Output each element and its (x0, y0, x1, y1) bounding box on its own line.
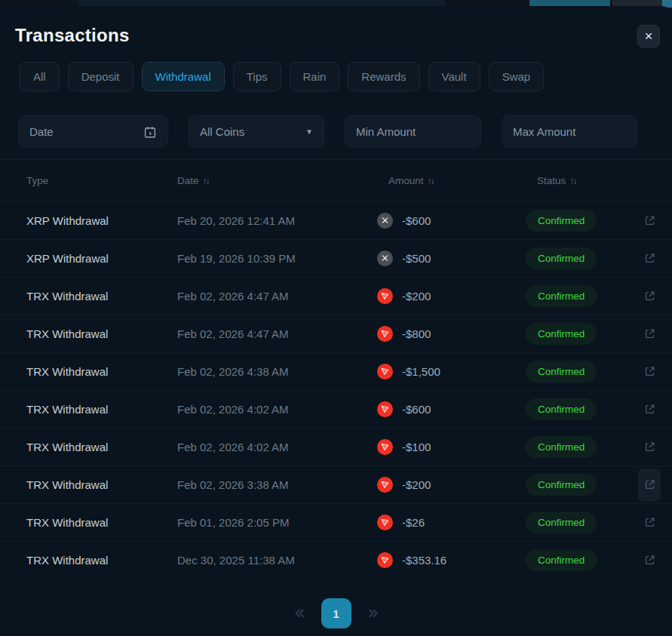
filter-tabs: AllDepositWithdrawalTipsRainRewardsVault… (20, 62, 672, 91)
table-row: TRX Withdrawal Feb 02, 2026 3:38 AM -$20… (0, 466, 672, 504)
coin-icon (377, 326, 393, 342)
transaction-type: XRP Withdrawal (26, 214, 177, 227)
transaction-date: Feb 19, 2026 10:39 PM (177, 252, 377, 265)
date-filter[interactable]: Date (18, 115, 168, 148)
column-label: Status (537, 175, 566, 186)
close-button[interactable]: × (637, 25, 660, 48)
external-link-button[interactable] (638, 431, 661, 464)
transaction-date: Feb 02, 2026 3:38 AM (177, 478, 377, 491)
column-header: Date ↑↓ (177, 175, 377, 186)
status-badge: Confirmed (526, 247, 597, 269)
transaction-amount: -$100 (402, 441, 431, 453)
tab-vault[interactable]: Vault (428, 62, 480, 91)
external-link-button[interactable] (638, 318, 661, 351)
status-cell: Confirmed (524, 361, 637, 383)
amount-cell: -$26 (377, 515, 524, 530)
table-row: TRX Withdrawal Dec 30, 2025 11:38 AM -$3… (0, 542, 672, 579)
tab-rain[interactable]: Rain (290, 62, 340, 91)
amount-cell: -$600 (377, 401, 524, 417)
coin-filter-select[interactable]: All Coins ▼ (189, 115, 324, 148)
external-link-icon (643, 327, 656, 340)
status-cell: Confirmed (524, 436, 637, 458)
tab-rewards[interactable]: Rewards (348, 62, 419, 91)
amount-cell: -$600 (377, 213, 524, 229)
link-cell (637, 280, 661, 313)
status-cell: Confirmed (524, 323, 637, 345)
transaction-type: XRP Withdrawal (26, 252, 177, 265)
link-cell (637, 355, 661, 389)
chevron-double-left-icon (292, 606, 307, 621)
table-body: XRP Withdrawal Feb 20, 2026 12:41 AM -$6… (0, 202, 672, 579)
external-link-button[interactable] (638, 506, 661, 539)
link-cell (637, 242, 661, 275)
current-page-button[interactable]: 1 (321, 598, 351, 628)
external-link-button[interactable] (638, 242, 661, 275)
table-row: TRX Withdrawal Feb 02, 2026 4:02 AM -$10… (0, 429, 672, 466)
coin-icon (377, 515, 393, 530)
amount-cell: -$200 (377, 477, 524, 493)
tab-withdrawal[interactable]: Withdrawal (142, 62, 225, 91)
coin-icon (377, 364, 393, 379)
next-page-button[interactable] (364, 604, 382, 622)
status-cell: Confirmed (524, 474, 637, 496)
tab-swap[interactable]: Swap (489, 62, 545, 91)
status-badge: Confirmed (526, 210, 597, 232)
status-badge: Confirmed (526, 361, 597, 383)
status-cell: Confirmed (524, 512, 637, 533)
min-amount-input[interactable] (345, 115, 481, 148)
prev-page-button[interactable] (290, 604, 308, 622)
status-badge: Confirmed (526, 285, 597, 307)
tab-deposit[interactable]: Deposit (68, 62, 133, 91)
sort-icon[interactable]: ↑↓ (428, 176, 434, 186)
amount-cell: -$353.16 (377, 552, 524, 568)
status-cell: Confirmed (524, 247, 637, 269)
external-link-button[interactable] (638, 355, 661, 389)
coin-icon (377, 477, 393, 493)
external-link-icon (643, 516, 656, 529)
max-amount-input[interactable] (502, 115, 637, 148)
external-link-button[interactable] (638, 204, 661, 238)
amount-cell: -$200 (377, 288, 524, 304)
status-cell: Confirmed (524, 285, 637, 307)
external-link-icon (643, 441, 656, 453)
coin-icon (377, 288, 393, 304)
transaction-amount: -$353.16 (402, 554, 446, 567)
sort-icon[interactable]: ↑↓ (203, 176, 209, 186)
table-row: XRP Withdrawal Feb 20, 2026 12:41 AM -$6… (0, 202, 672, 240)
external-link-button[interactable] (638, 393, 661, 426)
transaction-date: Feb 02, 2026 4:02 AM (177, 403, 377, 416)
status-badge: Confirmed (526, 398, 597, 420)
status-badge: Confirmed (526, 474, 597, 496)
table-row: TRX Withdrawal Feb 02, 2026 4:47 AM -$20… (0, 278, 672, 315)
table-row: TRX Withdrawal Feb 02, 2026 4:02 AM -$60… (0, 391, 672, 429)
transaction-date: Feb 20, 2026 12:41 AM (177, 214, 377, 227)
external-link-button[interactable] (638, 544, 661, 577)
column-label: Date (177, 175, 199, 186)
tab-tips[interactable]: Tips (233, 62, 281, 91)
sort-icon[interactable]: ↑↓ (569, 176, 575, 186)
status-cell: Confirmed (524, 210, 637, 232)
external-link-icon (643, 365, 656, 378)
link-cell (637, 393, 661, 426)
link-cell (637, 431, 661, 464)
transaction-date: Feb 02, 2026 4:47 AM (177, 327, 377, 340)
amount-cell: -$1,500 (377, 364, 524, 379)
external-link-icon (643, 403, 656, 416)
external-link-button[interactable] (638, 280, 661, 313)
column-header: Amount ↑↓ (377, 175, 524, 186)
transactions-modal: Transactions × AllDepositWithdrawalTipsR… (0, 6, 672, 636)
modal-title: Transactions (15, 25, 657, 46)
column-label: Type (26, 175, 48, 186)
external-link-button[interactable] (638, 469, 661, 502)
transaction-amount: -$200 (402, 290, 431, 303)
status-badge: Confirmed (526, 549, 597, 571)
link-cell (637, 469, 661, 502)
link-cell (637, 204, 661, 238)
coin-icon (377, 401, 393, 417)
chevron-double-right-icon (366, 606, 381, 621)
link-cell (637, 544, 661, 577)
tab-all[interactable]: All (20, 62, 60, 91)
amount-cell: -$100 (377, 439, 524, 455)
transaction-amount: -$1,500 (402, 365, 440, 378)
external-link-icon (643, 290, 656, 303)
